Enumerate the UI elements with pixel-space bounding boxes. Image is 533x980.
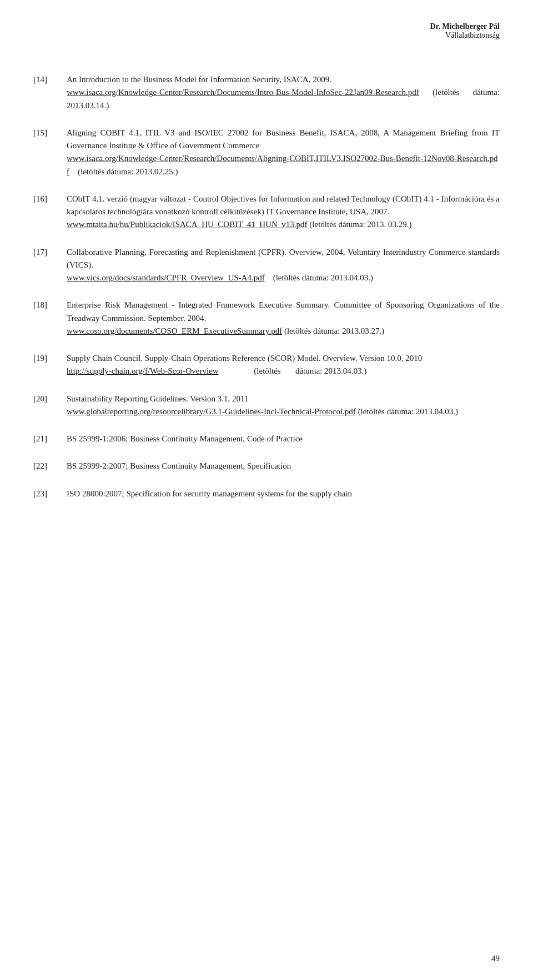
ref-content-16: CObIT 4.1. verzió (magyar változat - Con… xyxy=(67,193,500,232)
ref-content-19: Supply Chain Council. Supply-Chain Opera… xyxy=(67,352,500,378)
author-name: Dr. Michelberger Pál xyxy=(33,22,500,31)
page-container: Dr. Michelberger Pál Vállalatbiztonság [… xyxy=(0,0,533,980)
ref-link-16[interactable]: www.mtaita.hu/hu/Publikaciok/ISACA_HU_CO… xyxy=(67,220,308,229)
ref-link-19[interactable]: http://supply-chain.org/f/Web-Scor-Overv… xyxy=(67,366,219,375)
ref-number-15: [15] xyxy=(33,127,67,178)
list-item: [15] Aligning COBIT 4.1, ITIL V3 and ISO… xyxy=(33,127,500,178)
ref-content-17: Collaborative Planning, Forecasting and … xyxy=(67,246,500,285)
ref-number-18: [18] xyxy=(33,299,67,338)
ref-number-17: [17] xyxy=(33,246,67,285)
ref-content-23: ISO 28000:2007; Specification for securi… xyxy=(67,488,500,500)
ref-content-21: BS 25999-1:2006; Business Continuity Man… xyxy=(67,433,500,445)
ref-number-23: [23] xyxy=(33,488,67,500)
ref-number-16: [16] xyxy=(33,193,67,232)
ref-link-18[interactable]: www.coso.org/documents/COSO_ERM_Executiv… xyxy=(67,326,282,335)
ref-number-22: [22] xyxy=(33,460,67,473)
page-header: Dr. Michelberger Pál Vállalatbiztonság xyxy=(33,22,500,40)
list-item: [22] BS 25999-2:2007; Business Continuit… xyxy=(33,460,500,473)
list-item: [14] An Introduction to the Business Mod… xyxy=(33,73,500,112)
page-number: 49 xyxy=(491,954,500,963)
ref-link-15[interactable]: www.isaca.org/Knowledge-Center/Research/… xyxy=(67,154,498,175)
list-item: [21] BS 25999-1:2006; Business Continuit… xyxy=(33,433,500,445)
page-footer: 49 xyxy=(491,954,500,963)
list-item: [23] ISO 28000:2007; Specification for s… xyxy=(33,488,500,500)
ref-number-21: [21] xyxy=(33,433,67,445)
ref-link-20[interactable]: www.globalreporting.org/resourcelibrary/… xyxy=(67,407,356,416)
ref-content-18: Enterprise Risk Management - Integrated … xyxy=(67,299,500,338)
list-item: [17] Collaborative Planning, Forecasting… xyxy=(33,246,500,285)
list-item: [16] CObIT 4.1. verzió (magyar változat … xyxy=(33,193,500,232)
ref-number-20: [20] xyxy=(33,393,67,419)
list-item: [18] Enterprise Risk Management - Integr… xyxy=(33,299,500,338)
ref-content-15: Aligning COBIT 4.1, ITIL V3 and ISO/IEC … xyxy=(67,127,500,178)
ref-link-14[interactable]: www.isaca.org/Knowledge-Center/Research/… xyxy=(67,88,419,97)
ref-number-14: [14] xyxy=(33,73,67,112)
ref-link-17[interactable]: www.vics.org/docs/standards/CPFR_Overvie… xyxy=(67,273,265,282)
document-subtitle: Vállalatbiztonság xyxy=(33,31,500,40)
ref-content-14: An Introduction to the Business Model fo… xyxy=(67,73,500,112)
ref-number-19: [19] xyxy=(33,352,67,378)
list-item: [19] Supply Chain Council. Supply-Chain … xyxy=(33,352,500,378)
list-item: [20] Sustainability Reporting Guidelines… xyxy=(33,393,500,419)
ref-content-20: Sustainability Reporting Guidelines. Ver… xyxy=(67,393,500,419)
reference-list: [14] An Introduction to the Business Mod… xyxy=(33,73,500,500)
ref-content-22: BS 25999-2:2007; Business Continuity Man… xyxy=(67,460,500,473)
